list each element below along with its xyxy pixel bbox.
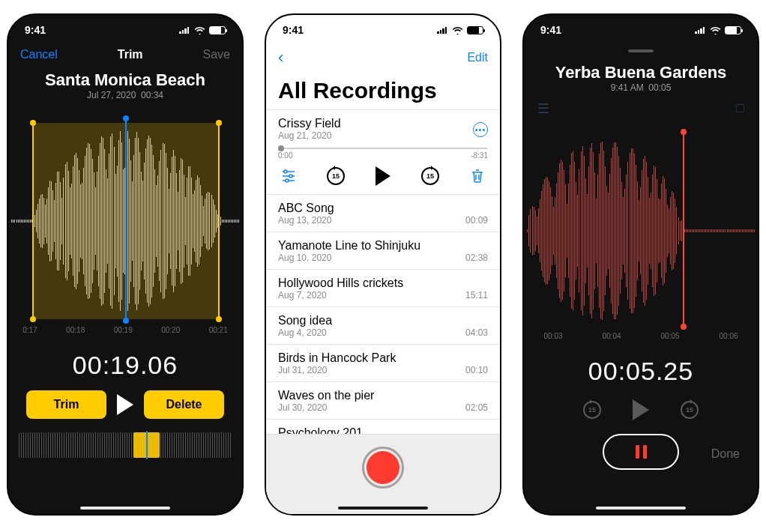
recording-title: Psychology 201 xyxy=(278,426,488,434)
toolbar: ☰ □ xyxy=(524,100,758,121)
recording-date: Jul 30, 2020 xyxy=(278,402,488,413)
edit-button[interactable]: Edit xyxy=(467,51,488,64)
scrubber-playhead[interactable] xyxy=(146,431,148,459)
save-button[interactable]: Save xyxy=(203,48,230,61)
play-button[interactable] xyxy=(373,166,393,187)
play-button[interactable] xyxy=(633,399,649,420)
time-ruler: 0:1700:1800:1900:2000:21 xyxy=(8,326,242,334)
home-indicator[interactable] xyxy=(338,507,428,510)
status-bar: 9:41 xyxy=(8,15,242,45)
recording-duration: 02:05 xyxy=(465,402,488,413)
trash-icon[interactable] xyxy=(467,166,488,187)
list-item[interactable]: Hollywood Hills cricketsAug 7, 202015:11 xyxy=(266,270,500,307)
cellular-icon xyxy=(437,26,448,34)
list-item[interactable]: Birds in Hancock ParkJul 31, 202000:10 xyxy=(266,345,500,382)
status-indicators xyxy=(437,26,483,34)
list-item[interactable]: ABC SongAug 13, 202000:09 xyxy=(266,195,500,232)
status-bar: 9:41 xyxy=(524,15,758,45)
status-indicators xyxy=(695,26,741,34)
cellular-icon xyxy=(179,26,190,34)
list-item[interactable]: Song ideaAug 4, 202004:03 xyxy=(266,307,500,345)
battery-icon xyxy=(209,26,226,34)
recording-title: Birds in Hancock Park xyxy=(278,351,488,365)
action-row: Trim Delete xyxy=(8,390,242,419)
recording-title: Yerba Buena Gardens xyxy=(524,60,758,82)
back-button[interactable]: ‹ xyxy=(278,48,283,67)
status-time: 9:41 xyxy=(283,24,304,36)
svg-point-5 xyxy=(286,179,289,182)
recording-title: Crissy Field xyxy=(278,117,488,130)
nav-title: Trim xyxy=(118,48,143,61)
home-indicator[interactable] xyxy=(596,507,686,510)
trim-handle[interactable] xyxy=(216,316,222,322)
cellular-icon xyxy=(695,26,706,34)
options-icon[interactable] xyxy=(278,166,299,187)
record-footer xyxy=(266,434,500,514)
recording-title: Song idea xyxy=(278,314,488,327)
svg-point-4 xyxy=(289,175,292,178)
recording-subtitle: 9:41 AM 00:05 xyxy=(524,82,758,100)
nav-bar: Cancel Trim Save xyxy=(8,45,242,67)
sheet-grabber[interactable] xyxy=(628,49,654,52)
recording-duration: 04:03 xyxy=(465,327,488,338)
list-item[interactable]: Psychology 201Jul 28, 20201:31:58 xyxy=(266,420,500,434)
trim-button[interactable]: Trim xyxy=(26,390,106,419)
record-button[interactable] xyxy=(362,447,404,489)
phone-recording-view: 9:41 Yerba Buena Gardens 9:41 AM 00:05 ☰… xyxy=(522,13,759,516)
waveform xyxy=(524,138,758,324)
recording-date: Aug 21, 2020 xyxy=(278,130,488,141)
wifi-icon xyxy=(194,26,205,34)
done-button[interactable]: Done xyxy=(711,447,740,461)
trim-handle[interactable] xyxy=(30,120,36,126)
playback-controls: 15 15 xyxy=(278,160,488,188)
recordings-list: Crissy Field Aug 21, 2020 ••• 0:00 -8:31… xyxy=(266,109,500,434)
current-time: 00:05.25 xyxy=(524,343,758,396)
recording-title: Hollywood Hills crickets xyxy=(278,276,488,290)
page-title: All Recordings xyxy=(266,73,500,109)
list-item[interactable]: Waves on the pierJul 30, 202002:05 xyxy=(266,382,500,420)
recording-title: Yamanote Line to Shinjuku xyxy=(278,239,488,253)
status-time: 9:41 xyxy=(540,24,561,36)
playback-slider[interactable] xyxy=(278,147,488,150)
status-bar: 9:41 xyxy=(266,15,500,45)
recording-duration: 15:11 xyxy=(465,290,488,300)
time-ruler: 00:0300:0400:0500:06 xyxy=(524,332,758,340)
recording-title: Santa Monica Beach xyxy=(8,67,242,90)
skip-back-button[interactable]: 15 xyxy=(325,166,346,187)
menu-icon[interactable]: ☰ xyxy=(537,100,549,117)
skip-forward-button[interactable]: 15 xyxy=(681,401,699,419)
delete-button[interactable]: Delete xyxy=(144,390,224,419)
list-item-expanded[interactable]: Crissy Field Aug 21, 2020 ••• 0:00 -8:31… xyxy=(266,109,500,195)
list-item[interactable]: Yamanote Line to ShinjukuAug 10, 202002:… xyxy=(266,232,500,270)
trim-handle[interactable] xyxy=(216,120,222,126)
transport-controls: 15 15 xyxy=(524,396,758,428)
recording-date: Aug 13, 2020 xyxy=(278,215,488,226)
skip-forward-button[interactable]: 15 xyxy=(420,166,441,187)
current-time: 00:19.06 xyxy=(8,337,242,390)
wifi-icon xyxy=(452,26,463,34)
waveform-area[interactable]: 00:0300:0400:0500:06 xyxy=(524,126,758,343)
recording-duration: 00:10 xyxy=(465,365,488,375)
recording-title: Waves on the pier xyxy=(278,389,488,402)
recording-title: ABC Song xyxy=(278,202,488,215)
status-indicators xyxy=(179,26,226,34)
more-icon[interactable]: ••• xyxy=(473,122,488,137)
trim-handle[interactable] xyxy=(30,316,36,322)
crop-icon[interactable]: □ xyxy=(736,100,744,117)
battery-icon xyxy=(467,26,483,34)
recording-date: Aug 10, 2020 xyxy=(278,253,488,263)
phone-trim-view: 9:41 Cancel Trim Save Santa Monica Beach… xyxy=(7,13,244,516)
skip-back-button[interactable]: 15 xyxy=(583,401,601,419)
recording-date: Aug 7, 2020 xyxy=(278,290,488,300)
playhead[interactable] xyxy=(125,118,127,321)
waveform-area[interactable]: 0:1700:1800:1900:2000:21 xyxy=(8,112,242,337)
home-indicator[interactable] xyxy=(80,507,170,510)
play-button[interactable] xyxy=(117,394,133,415)
playhead[interactable] xyxy=(683,132,684,327)
nav-bar: ‹ Edit xyxy=(266,45,500,73)
cancel-button[interactable]: Cancel xyxy=(20,48,58,61)
recording-subtitle: Jul 27, 2020 00:34 xyxy=(8,90,242,108)
status-time: 9:41 xyxy=(25,24,46,36)
slider-labels: 0:00 -8:31 xyxy=(278,151,488,160)
overview-scrubber[interactable] xyxy=(19,432,232,458)
